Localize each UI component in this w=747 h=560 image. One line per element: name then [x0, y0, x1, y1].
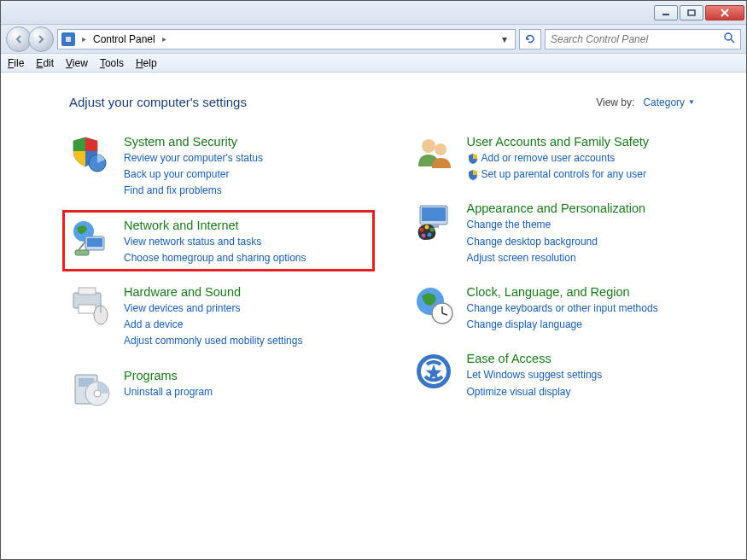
category-hardware-sound: Hardware and Sound View devices and prin…: [69, 283, 370, 350]
viewby-label: View by:: [596, 96, 634, 108]
menu-bar: File Edit View Tools Help: [1, 54, 746, 73]
dropdown-triangle-icon: ▼: [688, 98, 695, 106]
category-ease-access: Ease of Access Let Windows suggest setti…: [412, 350, 713, 400]
category-programs: Programs Uninstall a program: [69, 367, 370, 410]
category-title[interactable]: Appearance and Personalization: [467, 201, 646, 215]
category-title[interactable]: Programs: [124, 369, 213, 382]
svg-rect-10: [75, 250, 89, 255]
svg-rect-14: [79, 305, 96, 313]
svg-line-11: [79, 242, 85, 250]
svg-rect-13: [79, 288, 96, 295]
link-display-lang[interactable]: Change display language: [467, 317, 658, 333]
shield-icon: [467, 153, 479, 165]
menu-edit[interactable]: Edit: [36, 57, 54, 69]
monitor-palette-icon: [412, 200, 455, 242]
link-suggest-settings[interactable]: Let Windows suggest settings: [467, 367, 603, 383]
viewby-dropdown[interactable]: Category ▼: [643, 96, 695, 108]
category-system-security: System and Security Review your computer…: [69, 133, 370, 200]
minimize-button[interactable]: [654, 5, 678, 20]
svg-rect-0: [662, 14, 669, 15]
svg-point-4: [725, 33, 732, 40]
ease-access-icon: [412, 350, 455, 393]
link-backup[interactable]: Back up your computer: [124, 166, 263, 183]
window-titlebar: [1, 1, 746, 25]
link-keyboards[interactable]: Change keyboards or other input methods: [467, 300, 658, 317]
control-panel-icon: [61, 32, 75, 46]
link-desktop-bg[interactable]: Change desktop background: [467, 234, 646, 250]
link-add-device[interactable]: Add a device: [124, 317, 302, 333]
breadcrumb-chevron-icon[interactable]: ▸: [160, 34, 168, 44]
content-area: Adjust your computer's settings View by:…: [1, 73, 746, 435]
breadcrumb-chevron-icon[interactable]: ▸: [80, 34, 88, 44]
svg-rect-9: [87, 238, 102, 247]
link-fix-problems[interactable]: Find and fix problems: [124, 183, 263, 199]
category-title[interactable]: Ease of Access: [467, 352, 603, 365]
link-homegroup[interactable]: Choose homegroup and sharing options: [124, 250, 306, 266]
svg-point-22: [435, 143, 446, 155]
breadcrumb-location[interactable]: Control Panel: [93, 33, 155, 45]
svg-point-21: [422, 139, 435, 153]
printer-mouse-icon: [69, 283, 112, 326]
page-heading: Adjust your computer's settings: [69, 95, 247, 109]
search-icon[interactable]: [723, 32, 735, 47]
category-user-accounts: User Accounts and Family Safety Add or r…: [412, 133, 713, 183]
svg-rect-1: [688, 10, 695, 15]
category-title[interactable]: Clock, Language, and Region: [467, 285, 658, 299]
address-dropdown-icon[interactable]: ▾: [498, 33, 511, 45]
svg-rect-3: [66, 37, 71, 42]
category-network-internet: Network and Internet View network status…: [69, 217, 370, 266]
menu-help[interactable]: Help: [136, 57, 157, 69]
shield-icon: [467, 169, 479, 181]
link-review-status[interactable]: Review your computer's status: [124, 150, 263, 166]
people-icon: [412, 133, 455, 176]
shield-chart-icon: [69, 133, 112, 176]
network-globe-icon: [69, 217, 112, 260]
svg-point-20: [94, 390, 101, 397]
svg-point-28: [429, 228, 434, 232]
address-toolbar: ▸ Control Panel ▸ ▾: [1, 25, 746, 54]
search-input[interactable]: [551, 33, 718, 45]
link-add-remove-users[interactable]: Add or remove user accounts: [467, 150, 650, 166]
clock-globe-icon: [412, 283, 455, 326]
menu-tools[interactable]: Tools: [100, 57, 124, 69]
disc-box-icon: [69, 367, 112, 410]
refresh-button[interactable]: [519, 29, 541, 50]
forward-button[interactable]: [28, 26, 54, 52]
link-parental-controls[interactable]: Set up parental controls for any user: [467, 166, 650, 183]
link-change-theme[interactable]: Change the theme: [467, 217, 646, 233]
category-title[interactable]: User Accounts and Family Safety: [467, 135, 650, 149]
view-by-control: View by: Category ▼: [596, 96, 695, 108]
search-box[interactable]: [545, 29, 741, 50]
category-title[interactable]: Hardware and Sound: [124, 285, 302, 299]
menu-file[interactable]: File: [8, 57, 24, 69]
link-screen-res[interactable]: Adjust screen resolution: [467, 250, 646, 266]
category-title[interactable]: Network and Internet: [124, 219, 306, 232]
maximize-button[interactable]: [680, 5, 703, 20]
category-title[interactable]: System and Security: [124, 135, 263, 149]
category-appearance: Appearance and Personalization Change th…: [412, 200, 713, 266]
address-bar[interactable]: ▸ Control Panel ▸ ▾: [57, 29, 516, 50]
svg-point-27: [424, 225, 429, 230]
svg-point-29: [427, 233, 431, 237]
svg-line-5: [731, 39, 734, 43]
link-devices-printers[interactable]: View devices and printers: [124, 300, 302, 317]
link-mobility[interactable]: Adjust commonly used mobility settings: [124, 333, 302, 349]
svg-rect-24: [422, 207, 446, 221]
link-network-status[interactable]: View network status and tasks: [124, 234, 306, 250]
menu-view[interactable]: View: [66, 57, 88, 69]
link-uninstall[interactable]: Uninstall a program: [124, 384, 213, 400]
category-clock-language: Clock, Language, and Region Change keybo…: [412, 283, 713, 333]
close-button[interactable]: [705, 5, 744, 20]
svg-point-30: [421, 234, 425, 238]
svg-point-26: [419, 228, 423, 232]
link-visual-display[interactable]: Optimize visual display: [467, 384, 603, 400]
